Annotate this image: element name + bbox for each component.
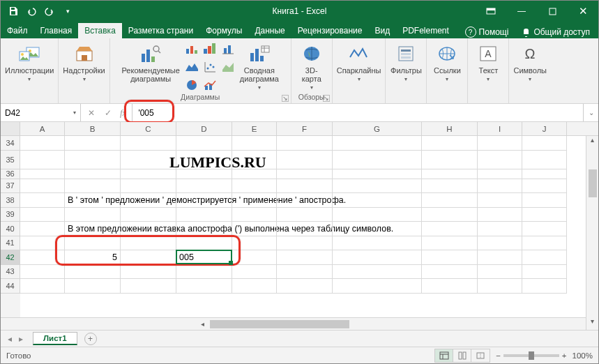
cell[interactable]	[121, 193, 176, 208]
cell[interactable]	[121, 279, 176, 294]
cell[interactable]	[277, 236, 333, 251]
cell[interactable]	[277, 151, 333, 169]
cell[interactable]	[277, 169, 333, 179]
area-chart-icon[interactable]	[185, 61, 198, 73]
cell[interactable]	[478, 265, 522, 280]
column-header-C[interactable]: C	[121, 122, 176, 135]
cell[interactable]	[232, 208, 277, 222]
cell[interactable]	[232, 179, 277, 194]
cell[interactable]	[422, 208, 478, 222]
cell[interactable]	[277, 208, 333, 222]
cell[interactable]	[20, 279, 65, 294]
cell[interactable]	[176, 279, 232, 294]
column-header-I[interactable]: I	[478, 122, 522, 135]
tab-home[interactable]: Главная	[34, 23, 79, 38]
cell[interactable]	[121, 169, 176, 179]
cell[interactable]	[422, 222, 478, 236]
text-button[interactable]: A Текст ▾	[472, 41, 504, 82]
sheet-tab-active[interactable]: Лист1	[33, 332, 77, 345]
cell[interactable]	[20, 236, 65, 251]
enter-icon[interactable]: ✓	[100, 108, 116, 118]
cell[interactable]	[478, 208, 522, 222]
cell[interactable]	[232, 151, 277, 169]
cell[interactable]	[478, 193, 522, 208]
cell[interactable]	[422, 136, 478, 151]
cell[interactable]	[277, 265, 333, 280]
ribbon-options-icon[interactable]	[476, 1, 506, 22]
cell[interactable]	[232, 265, 277, 280]
scatter-chart-icon[interactable]	[204, 61, 216, 73]
help-icon[interactable]: ?	[465, 26, 476, 38]
cell[interactable]	[422, 179, 478, 194]
cell[interactable]	[422, 279, 478, 294]
cell[interactable]	[478, 222, 522, 236]
zoom-in-icon[interactable]: +	[562, 351, 567, 360]
cell[interactable]	[232, 169, 277, 179]
view-page-break-icon[interactable]	[471, 349, 490, 362]
tab-file[interactable]: Файл	[1, 23, 34, 38]
cell[interactable]	[65, 136, 121, 151]
row-header-38[interactable]: 38	[1, 193, 20, 208]
cell[interactable]	[333, 279, 422, 294]
cell[interactable]	[333, 250, 422, 265]
cell[interactable]	[277, 250, 333, 265]
cell[interactable]	[478, 136, 522, 151]
help-label[interactable]: Помощі	[479, 27, 509, 37]
view-normal-icon[interactable]	[435, 349, 453, 362]
cell[interactable]	[20, 179, 65, 194]
tab-view[interactable]: Вид	[368, 23, 396, 38]
cell[interactable]: 005	[176, 250, 232, 265]
row-header-36[interactable]: 36	[1, 169, 20, 179]
cell[interactable]	[121, 151, 176, 169]
row-header-41[interactable]: 41	[1, 236, 20, 251]
sheet-nav-prev[interactable]: ◂	[5, 334, 15, 344]
cell[interactable]	[121, 250, 176, 265]
column-header-J[interactable]: J	[522, 122, 567, 135]
cell[interactable]	[176, 222, 232, 236]
cell[interactable]	[333, 208, 422, 222]
cell[interactable]: LUMPICS.RU	[176, 151, 232, 169]
cell[interactable]	[65, 151, 121, 169]
cell[interactable]	[176, 208, 232, 222]
cell[interactable]	[478, 169, 522, 179]
surface-chart-icon[interactable]	[222, 61, 234, 73]
cell[interactable]	[232, 236, 277, 251]
cell[interactable]	[277, 193, 333, 208]
hierarchy-chart-icon[interactable]	[204, 43, 216, 55]
cell[interactable]	[422, 250, 478, 265]
pivot-chart-button[interactable]: Сводная диаграмма ▾	[240, 41, 279, 91]
cell[interactable]	[20, 208, 65, 222]
cell[interactable]	[65, 208, 121, 222]
tours-dialog-launcher[interactable]: ↘	[323, 95, 330, 102]
cell[interactable]	[478, 179, 522, 194]
cell[interactable]	[422, 265, 478, 280]
name-box[interactable]: D42 ▾	[1, 104, 81, 121]
row-header-40[interactable]: 40	[1, 222, 20, 236]
cell[interactable]	[478, 279, 522, 294]
cell[interactable]	[20, 222, 65, 236]
cell[interactable]	[522, 179, 567, 194]
cell[interactable]	[232, 222, 277, 236]
cell[interactable]	[333, 265, 422, 280]
maximize-icon[interactable]	[537, 1, 568, 22]
zoom-slider[interactable]: − +	[496, 351, 566, 360]
cell[interactable]	[121, 136, 176, 151]
cell[interactable]	[522, 265, 567, 280]
cell[interactable]	[65, 179, 121, 194]
tab-review[interactable]: Рецензирование	[291, 23, 369, 38]
cell[interactable]	[65, 236, 121, 251]
symbols-button[interactable]: Ω Символы ▾	[513, 41, 547, 82]
redo-icon[interactable]	[41, 3, 58, 20]
combo-chart-icon[interactable]	[204, 79, 216, 91]
qat-customize-caret[interactable]: ▾	[59, 3, 76, 20]
cell[interactable]	[422, 169, 478, 179]
stat-chart-icon[interactable]	[222, 43, 234, 55]
row-header-39[interactable]: 39	[1, 208, 20, 222]
view-page-layout-icon[interactable]	[453, 349, 471, 362]
cell[interactable]	[232, 136, 277, 151]
row-header-43[interactable]: 43	[1, 265, 20, 280]
tab-data[interactable]: Данные	[248, 23, 291, 38]
cell[interactable]	[232, 193, 277, 208]
tab-pdfelement[interactable]: PDFelement	[396, 23, 455, 38]
cell[interactable]	[333, 236, 422, 251]
